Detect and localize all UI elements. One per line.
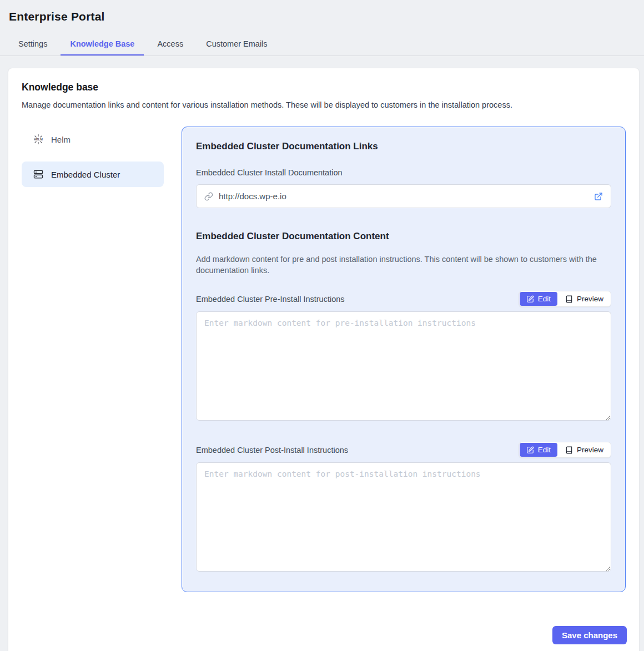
install-doc-input-wrap [196, 184, 611, 208]
edit-mode-button[interactable]: Edit [520, 292, 557, 306]
post-install-textarea[interactable] [196, 462, 611, 572]
install-method-list: HELM Helm Embedded Cluster [22, 127, 164, 196]
preview-mode-button[interactable]: Preview [559, 443, 610, 457]
sidebar-item-helm[interactable]: HELM Helm [22, 127, 164, 152]
pencil-square-icon [526, 446, 534, 454]
post-install-mode-toggle: Edit Preview [519, 442, 611, 458]
save-changes-button[interactable]: Save changes [552, 626, 627, 644]
knowledge-base-card: Knowledge base Manage documentation link… [8, 68, 640, 651]
pre-install-label: Embedded Cluster Pre-Install Instruction… [196, 295, 345, 304]
preview-button-label: Preview [577, 446, 603, 454]
section-title: Knowledge base [22, 82, 626, 93]
content-description: Add markdown content for pre and post in… [196, 254, 611, 276]
tab-settings[interactable]: Settings [9, 32, 57, 56]
page-title: Enterprise Portal [9, 10, 105, 23]
tab-knowledge-base[interactable]: Knowledge Base [61, 32, 144, 56]
post-install-editor: Embedded Cluster Post-Install Instructio… [196, 442, 611, 572]
sidebar-item-label: Embedded Cluster [51, 170, 120, 179]
install-doc-label: Embedded Cluster Install Documentation [196, 168, 611, 177]
sidebar-item-embedded-cluster[interactable]: Embedded Cluster [22, 162, 164, 187]
server-stack-icon [33, 169, 44, 180]
section-description: Manage documentation links and content f… [22, 100, 626, 109]
helm-icon: HELM [33, 134, 44, 145]
external-link-icon[interactable] [594, 192, 603, 201]
book-icon [565, 295, 573, 303]
embedded-cluster-panel: Embedded Cluster Documentation Links Emb… [182, 127, 626, 592]
pre-install-editor: Embedded Cluster Pre-Install Instruction… [196, 291, 611, 421]
edit-button-label: Edit [538, 446, 551, 454]
tab-access[interactable]: Access [148, 32, 193, 56]
preview-button-label: Preview [577, 295, 603, 303]
pre-install-mode-toggle: Edit Preview [519, 291, 611, 307]
tab-customer-emails[interactable]: Customer Emails [197, 32, 276, 56]
helm-icon-text: HELM [34, 138, 43, 141]
pencil-square-icon [526, 295, 534, 303]
header-divider [0, 55, 644, 56]
book-icon [565, 446, 573, 454]
tab-bar: Settings Knowledge Base Access Customer … [9, 32, 277, 56]
pre-install-textarea[interactable] [196, 311, 611, 421]
link-icon [204, 192, 213, 201]
edit-button-label: Edit [538, 295, 551, 303]
edit-mode-button[interactable]: Edit [520, 443, 557, 457]
install-doc-url-input[interactable] [219, 191, 588, 201]
post-install-label: Embedded Cluster Post-Install Instructio… [196, 446, 348, 455]
content-heading: Embedded Cluster Documentation Content [196, 231, 611, 242]
preview-mode-button[interactable]: Preview [559, 292, 610, 306]
sidebar-item-label: Helm [51, 135, 71, 144]
links-heading: Embedded Cluster Documentation Links [196, 141, 611, 152]
